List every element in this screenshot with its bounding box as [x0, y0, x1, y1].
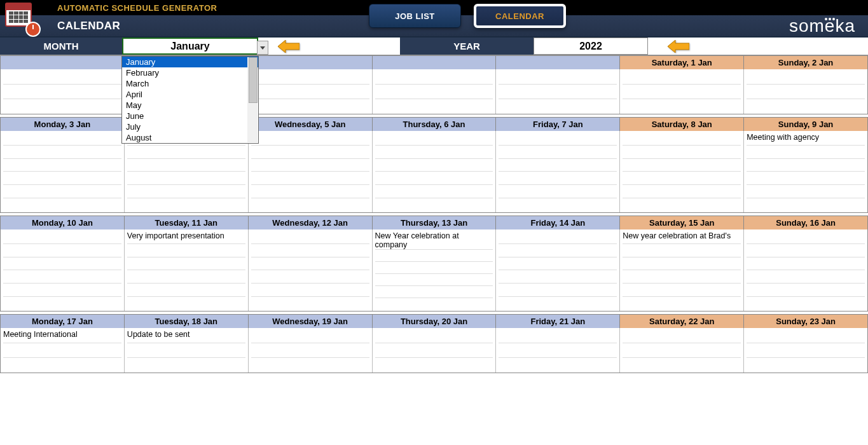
event-slot[interactable]	[499, 132, 617, 146]
month-option[interactable]: July	[122, 121, 258, 132]
day-cell[interactable]	[496, 69, 620, 114]
event-slot[interactable]	[3, 244, 121, 257]
event-slot[interactable]	[747, 270, 865, 284]
event-slot[interactable]	[375, 262, 493, 274]
month-option[interactable]: March	[122, 78, 258, 89]
event-slot[interactable]	[499, 71, 617, 85]
dropdown-scroll-thumb[interactable]	[249, 57, 258, 103]
day-cell[interactable]	[249, 69, 373, 114]
event-slot[interactable]	[3, 358, 121, 371]
event-slot[interactable]	[375, 71, 493, 85]
event-slot[interactable]	[623, 244, 741, 257]
day-cell[interactable]	[744, 69, 867, 114]
day-cell[interactable]: New Year celebration at company	[373, 229, 497, 311]
day-cell[interactable]	[373, 69, 497, 114]
day-cell[interactable]	[1, 69, 125, 114]
event-slot[interactable]	[499, 172, 617, 185]
event-slot[interactable]	[623, 198, 741, 211]
event-slot[interactable]	[375, 159, 493, 172]
event-slot[interactable]	[499, 244, 617, 257]
event-slot[interactable]	[499, 284, 617, 297]
event-slot[interactable]	[499, 231, 617, 244]
event-slot[interactable]	[127, 185, 245, 198]
event-slot[interactable]	[499, 257, 617, 271]
month-select[interactable]: January	[122, 38, 258, 55]
event-slot[interactable]	[747, 297, 865, 310]
event-slot[interactable]	[251, 284, 369, 297]
event-slot[interactable]	[747, 85, 865, 99]
event-slot[interactable]	[251, 329, 369, 343]
event-slot[interactable]	[623, 284, 741, 297]
event-slot[interactable]	[375, 298, 493, 310]
month-option[interactable]: February	[122, 67, 258, 78]
event-slot[interactable]: Meeting with agency	[747, 132, 865, 146]
event-slot[interactable]	[499, 185, 617, 198]
event-slot[interactable]	[747, 329, 865, 343]
day-cell[interactable]	[373, 131, 497, 212]
event-slot[interactable]	[375, 85, 493, 99]
day-cell[interactable]	[1, 229, 125, 311]
day-cell[interactable]: Update to be sent	[125, 328, 249, 373]
event-slot[interactable]	[747, 159, 865, 172]
event-slot[interactable]	[127, 297, 245, 310]
event-slot[interactable]	[3, 71, 121, 85]
event-slot[interactable]: Meeting International	[3, 329, 121, 343]
event-slot[interactable]	[3, 231, 121, 244]
event-slot[interactable]	[623, 358, 741, 371]
event-slot[interactable]	[3, 159, 121, 172]
event-slot[interactable]	[623, 99, 741, 113]
day-cell[interactable]	[744, 229, 867, 311]
event-slot[interactable]	[375, 172, 493, 185]
day-cell[interactable]	[744, 328, 867, 373]
event-slot[interactable]	[747, 99, 865, 113]
event-slot[interactable]	[747, 284, 865, 297]
day-cell[interactable]	[620, 69, 744, 114]
month-option[interactable]: April	[122, 89, 258, 100]
nav-joblist-button[interactable]: JOB LIST	[369, 4, 461, 28]
event-slot[interactable]	[3, 297, 121, 310]
event-slot[interactable]	[251, 244, 369, 257]
event-slot[interactable]	[623, 146, 741, 159]
event-slot[interactable]	[3, 257, 121, 271]
event-slot[interactable]	[747, 198, 865, 211]
event-slot[interactable]	[3, 270, 121, 284]
event-slot[interactable]	[499, 159, 617, 172]
day-cell[interactable]	[496, 328, 620, 373]
event-slot[interactable]	[747, 185, 865, 198]
event-slot[interactable]	[499, 146, 617, 159]
day-cell[interactable]	[249, 229, 373, 311]
event-slot[interactable]	[623, 172, 741, 185]
event-slot[interactable]	[127, 270, 245, 284]
month-dropdown-button[interactable]	[257, 41, 268, 55]
event-slot[interactable]	[623, 71, 741, 85]
event-slot[interactable]	[499, 329, 617, 343]
event-slot[interactable]	[499, 85, 617, 99]
event-slot[interactable]	[375, 132, 493, 146]
event-slot[interactable]	[251, 297, 369, 310]
day-cell[interactable]	[496, 229, 620, 311]
event-slot[interactable]	[499, 99, 617, 113]
month-option[interactable]: May	[122, 100, 258, 111]
day-cell[interactable]: Very important presentation	[125, 229, 249, 311]
event-slot[interactable]	[251, 85, 369, 99]
event-slot[interactable]	[251, 231, 369, 244]
event-slot[interactable]	[3, 185, 121, 198]
day-cell[interactable]	[496, 131, 620, 212]
event-slot[interactable]	[623, 159, 741, 172]
year-select[interactable]: 2022	[534, 38, 648, 55]
event-slot[interactable]	[375, 286, 493, 298]
event-slot[interactable]: Very important presentation	[127, 231, 245, 244]
event-slot[interactable]	[251, 146, 369, 159]
event-slot[interactable]	[127, 159, 245, 172]
day-cell[interactable]	[249, 328, 373, 373]
day-cell[interactable]: Meeting with agency	[744, 131, 867, 212]
event-slot[interactable]	[375, 343, 493, 357]
event-slot[interactable]	[623, 297, 741, 310]
event-slot[interactable]	[251, 132, 369, 146]
event-slot[interactable]	[747, 172, 865, 185]
nav-calendar-button[interactable]: CALENDAR	[474, 4, 566, 28]
event-slot[interactable]	[3, 172, 121, 185]
event-slot[interactable]	[623, 185, 741, 198]
event-slot[interactable]	[747, 358, 865, 371]
event-slot[interactable]	[3, 99, 121, 113]
